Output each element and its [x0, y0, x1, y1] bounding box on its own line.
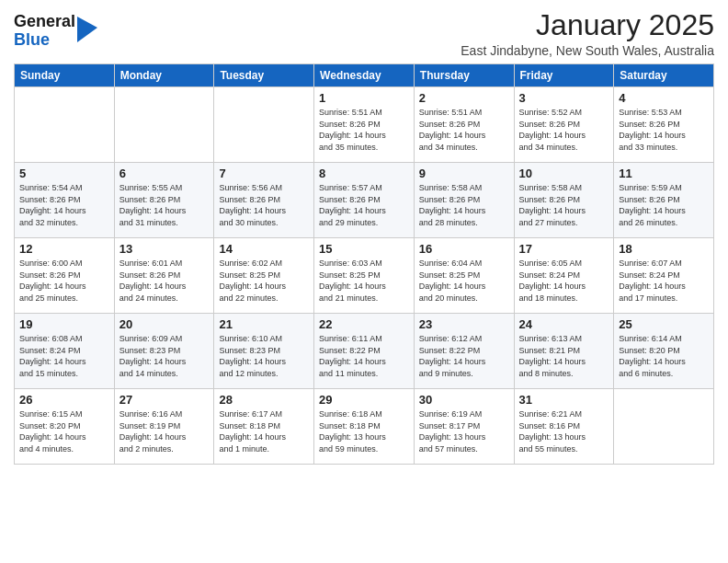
- calendar-header-monday: Monday: [114, 64, 214, 87]
- main-title: January 2025: [461, 9, 714, 41]
- day-number: 18: [619, 242, 709, 256]
- calendar-cell: 26Sunrise: 6:15 AM Sunset: 8:20 PM Dayli…: [15, 389, 115, 465]
- calendar-cell: 10Sunrise: 5:58 AM Sunset: 8:26 PM Dayli…: [514, 163, 614, 238]
- calendar-week-row: 26Sunrise: 6:15 AM Sunset: 8:20 PM Dayli…: [15, 389, 714, 465]
- day-info: Sunrise: 6:21 AM Sunset: 8:16 PM Dayligh…: [519, 408, 609, 454]
- calendar-header-friday: Friday: [514, 64, 614, 87]
- day-info: Sunrise: 5:56 AM Sunset: 8:26 PM Dayligh…: [219, 182, 309, 228]
- calendar-cell: 31Sunrise: 6:21 AM Sunset: 8:16 PM Dayli…: [514, 389, 614, 465]
- calendar-cell: 12Sunrise: 6:00 AM Sunset: 8:26 PM Dayli…: [15, 238, 115, 314]
- calendar-cell: 17Sunrise: 6:05 AM Sunset: 8:24 PM Dayli…: [514, 238, 614, 314]
- day-number: 23: [419, 317, 509, 331]
- day-number: 1: [319, 91, 409, 105]
- day-number: 3: [519, 91, 609, 105]
- day-number: 31: [519, 393, 609, 407]
- calendar-cell: [15, 87, 115, 163]
- day-info: Sunrise: 6:17 AM Sunset: 8:18 PM Dayligh…: [219, 408, 309, 454]
- day-info: Sunrise: 6:11 AM Sunset: 8:22 PM Dayligh…: [319, 333, 409, 379]
- calendar-cell: 7Sunrise: 5:56 AM Sunset: 8:26 PM Daylig…: [214, 163, 314, 238]
- day-number: 19: [19, 317, 109, 331]
- day-number: 26: [19, 393, 109, 407]
- calendar-week-row: 19Sunrise: 6:08 AM Sunset: 8:24 PM Dayli…: [15, 314, 714, 389]
- calendar-cell: [214, 87, 314, 163]
- day-number: 24: [519, 317, 609, 331]
- day-info: Sunrise: 5:59 AM Sunset: 8:26 PM Dayligh…: [619, 182, 709, 228]
- calendar-cell: 25Sunrise: 6:14 AM Sunset: 8:20 PM Dayli…: [614, 314, 714, 389]
- calendar-week-row: 1Sunrise: 5:51 AM Sunset: 8:26 PM Daylig…: [15, 87, 714, 163]
- calendar-cell: 16Sunrise: 6:04 AM Sunset: 8:25 PM Dayli…: [414, 238, 514, 314]
- day-info: Sunrise: 6:10 AM Sunset: 8:23 PM Dayligh…: [219, 333, 309, 379]
- calendar-cell: 2Sunrise: 5:51 AM Sunset: 8:26 PM Daylig…: [414, 87, 514, 163]
- calendar-cell: 9Sunrise: 5:58 AM Sunset: 8:26 PM Daylig…: [414, 163, 514, 238]
- day-info: Sunrise: 6:04 AM Sunset: 8:25 PM Dayligh…: [419, 258, 509, 304]
- svg-marker-0: [77, 17, 97, 42]
- day-number: 8: [319, 167, 409, 180]
- day-info: Sunrise: 6:01 AM Sunset: 8:26 PM Dayligh…: [119, 258, 210, 304]
- day-number: 16: [419, 242, 509, 256]
- day-info: Sunrise: 5:51 AM Sunset: 8:26 PM Dayligh…: [319, 107, 409, 153]
- day-info: Sunrise: 6:12 AM Sunset: 8:22 PM Dayligh…: [419, 333, 509, 379]
- calendar-header-tuesday: Tuesday: [214, 64, 314, 87]
- day-info: Sunrise: 6:08 AM Sunset: 8:24 PM Dayligh…: [19, 333, 109, 379]
- day-number: 4: [619, 91, 709, 105]
- day-info: Sunrise: 5:58 AM Sunset: 8:26 PM Dayligh…: [519, 182, 609, 228]
- day-info: Sunrise: 6:09 AM Sunset: 8:23 PM Dayligh…: [119, 333, 210, 379]
- day-info: Sunrise: 6:18 AM Sunset: 8:18 PM Dayligh…: [319, 408, 409, 454]
- logo-text: General Blue: [14, 13, 75, 50]
- subtitle: East Jindabyne, New South Wales, Austral…: [461, 43, 714, 58]
- day-number: 5: [19, 167, 109, 180]
- logo-line1: General: [14, 13, 75, 31]
- day-info: Sunrise: 5:52 AM Sunset: 8:26 PM Dayligh…: [519, 107, 609, 153]
- calendar-header-row: SundayMondayTuesdayWednesdayThursdayFrid…: [15, 64, 714, 87]
- calendar-week-row: 12Sunrise: 6:00 AM Sunset: 8:26 PM Dayli…: [15, 238, 714, 314]
- day-info: Sunrise: 5:53 AM Sunset: 8:26 PM Dayligh…: [619, 107, 709, 153]
- calendar-cell: [114, 87, 214, 163]
- calendar-cell: 29Sunrise: 6:18 AM Sunset: 8:18 PM Dayli…: [314, 389, 415, 465]
- calendar-table: SundayMondayTuesdayWednesdayThursdayFrid…: [14, 63, 714, 465]
- calendar-cell: 3Sunrise: 5:52 AM Sunset: 8:26 PM Daylig…: [514, 87, 614, 163]
- calendar-cell: 23Sunrise: 6:12 AM Sunset: 8:22 PM Dayli…: [414, 314, 514, 389]
- calendar-week-row: 5Sunrise: 5:54 AM Sunset: 8:26 PM Daylig…: [15, 163, 714, 238]
- day-info: Sunrise: 5:51 AM Sunset: 8:26 PM Dayligh…: [419, 107, 509, 153]
- day-number: 13: [119, 242, 210, 256]
- calendar-cell: 8Sunrise: 5:57 AM Sunset: 8:26 PM Daylig…: [314, 163, 415, 238]
- day-info: Sunrise: 6:05 AM Sunset: 8:24 PM Dayligh…: [519, 258, 609, 304]
- calendar-cell: 11Sunrise: 5:59 AM Sunset: 8:26 PM Dayli…: [614, 163, 714, 238]
- calendar-cell: [614, 389, 714, 465]
- day-number: 7: [219, 167, 309, 180]
- day-number: 17: [519, 242, 609, 256]
- day-info: Sunrise: 5:54 AM Sunset: 8:26 PM Dayligh…: [19, 182, 109, 228]
- calendar-cell: 20Sunrise: 6:09 AM Sunset: 8:23 PM Dayli…: [114, 314, 214, 389]
- day-info: Sunrise: 6:02 AM Sunset: 8:25 PM Dayligh…: [219, 258, 309, 304]
- day-info: Sunrise: 6:14 AM Sunset: 8:20 PM Dayligh…: [619, 333, 709, 379]
- calendar-header-wednesday: Wednesday: [314, 64, 415, 87]
- day-number: 9: [419, 167, 509, 180]
- calendar-cell: 14Sunrise: 6:02 AM Sunset: 8:25 PM Dayli…: [214, 238, 314, 314]
- day-number: 20: [119, 317, 210, 331]
- calendar-cell: 4Sunrise: 5:53 AM Sunset: 8:26 PM Daylig…: [614, 87, 714, 163]
- calendar-cell: 21Sunrise: 6:10 AM Sunset: 8:23 PM Dayli…: [214, 314, 314, 389]
- day-info: Sunrise: 6:13 AM Sunset: 8:21 PM Dayligh…: [519, 333, 609, 379]
- calendar-cell: 22Sunrise: 6:11 AM Sunset: 8:22 PM Dayli…: [314, 314, 415, 389]
- day-info: Sunrise: 6:19 AM Sunset: 8:17 PM Dayligh…: [419, 408, 509, 454]
- day-info: Sunrise: 6:03 AM Sunset: 8:25 PM Dayligh…: [319, 258, 409, 304]
- day-number: 14: [219, 242, 309, 256]
- day-number: 10: [519, 167, 609, 180]
- day-number: 12: [19, 242, 109, 256]
- calendar-cell: 6Sunrise: 5:55 AM Sunset: 8:26 PM Daylig…: [114, 163, 214, 238]
- calendar-page: General Blue January 2025 East Jindabyne…: [0, 0, 728, 563]
- day-info: Sunrise: 6:15 AM Sunset: 8:20 PM Dayligh…: [19, 408, 109, 454]
- calendar-header-sunday: Sunday: [15, 64, 115, 87]
- calendar-cell: 28Sunrise: 6:17 AM Sunset: 8:18 PM Dayli…: [214, 389, 314, 465]
- title-block: January 2025 East Jindabyne, New South W…: [461, 9, 714, 58]
- day-number: 2: [419, 91, 509, 105]
- day-number: 25: [619, 317, 709, 331]
- day-info: Sunrise: 5:58 AM Sunset: 8:26 PM Dayligh…: [419, 182, 509, 228]
- calendar-cell: 19Sunrise: 6:08 AM Sunset: 8:24 PM Dayli…: [15, 314, 115, 389]
- calendar-cell: 5Sunrise: 5:54 AM Sunset: 8:26 PM Daylig…: [15, 163, 115, 238]
- calendar-cell: 18Sunrise: 6:07 AM Sunset: 8:24 PM Dayli…: [614, 238, 714, 314]
- calendar-header-thursday: Thursday: [414, 64, 514, 87]
- logo: General Blue: [14, 13, 97, 50]
- day-number: 21: [219, 317, 309, 331]
- day-number: 29: [319, 393, 409, 407]
